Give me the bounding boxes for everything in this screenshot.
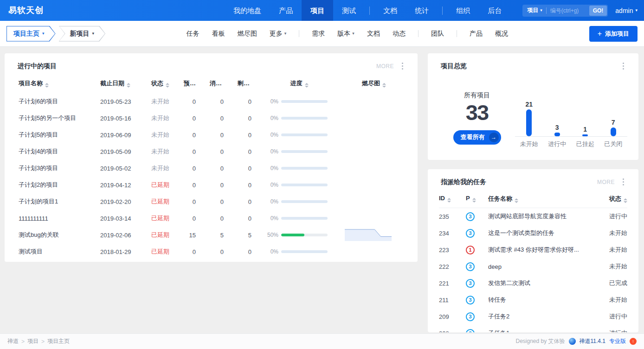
nav-item[interactable]: 统计 [406, 0, 438, 21]
breadcrumb-item[interactable]: 禅道 [7, 337, 19, 345]
nav-item[interactable]: 我的地盘 [225, 0, 270, 21]
bar-chart-labels: 未开始进行中已挂起已关闭 [515, 137, 627, 148]
sort-icon[interactable] [224, 83, 228, 88]
column-header[interactable]: 任务名称 [488, 195, 595, 203]
nav-item-active[interactable]: 项目 [302, 0, 333, 21]
task-name-link[interactable]: 转任务 [488, 296, 595, 304]
task-name-link[interactable]: 子任务2 [488, 312, 595, 321]
tab-new-project[interactable]: 新项目▾ [59, 26, 106, 42]
sort-icon[interactable] [127, 83, 130, 88]
submenu-item[interactable]: 团队 [431, 30, 444, 38]
submenu-item[interactable]: 文档 [367, 30, 380, 38]
project-name-link[interactable]: 测试项目 [13, 247, 95, 256]
bar[interactable] [526, 109, 532, 136]
chevron-down-icon: ▾ [42, 32, 45, 36]
project-name-link[interactable]: 子计划2的项目 [13, 181, 95, 189]
column-header[interactable]: 项目名称 [13, 79, 95, 88]
bar[interactable] [582, 134, 588, 136]
all-projects-count: 33 [442, 101, 512, 125]
column-header[interactable]: 进度 [260, 79, 339, 88]
project-name-link[interactable]: 子计划4的项目 [13, 147, 95, 156]
search-scope-dropdown[interactable]: 项目 ▾ [523, 6, 546, 14]
sort-icon[interactable] [198, 83, 202, 88]
progress-bar [281, 234, 328, 236]
nav-item[interactable]: 后台 [479, 0, 510, 21]
project-name-link[interactable]: 子计划5的项目 [13, 131, 95, 139]
dashboard: 进行中的项目 MORE 项目名称截止日期状态预计消耗剩余进度燃尽图子计划6的项目… [0, 47, 644, 332]
column-header[interactable]: 状态 [146, 79, 178, 88]
submenu-item[interactable]: 版本▾ [337, 30, 354, 38]
sort-icon[interactable] [624, 198, 627, 203]
task-name-link[interactable]: 这是一个测试类型的任务 [488, 229, 595, 237]
column-header[interactable]: 燃尽图 [339, 79, 409, 88]
sort-icon[interactable] [305, 83, 309, 88]
overview-body: 所有项目 33 查看所有 → 21317 未开始进行中已挂起已关闭 [428, 74, 638, 148]
submenu-item[interactable]: 产品 [470, 30, 483, 38]
kebab-menu-icon[interactable] [621, 177, 625, 187]
tab-new-project-label: 新项目 [70, 30, 90, 38]
submenu-item[interactable]: 任务 [187, 30, 200, 38]
column-header[interactable]: 截止日期 [95, 79, 146, 88]
submenu-item[interactable]: 概况 [495, 30, 508, 38]
column-header[interactable]: P [466, 195, 488, 203]
breadcrumb-item[interactable]: 项目主页 [47, 337, 70, 345]
more-link[interactable]: MORE [597, 179, 615, 185]
estimate-cell: 0 [178, 98, 204, 105]
task-name-link[interactable]: deep [488, 263, 595, 270]
column-header[interactable]: 预计 [178, 79, 204, 88]
column-header[interactable]: 消耗 [204, 79, 232, 88]
edition-link[interactable]: 专业版 [609, 337, 626, 345]
search-input[interactable] [547, 7, 589, 14]
kebab-menu-icon[interactable] [621, 61, 625, 71]
project-name-link[interactable]: 子计划的项目1 [13, 197, 95, 206]
nav-item[interactable]: 文档 [374, 0, 406, 21]
left-cell: 0 [232, 198, 260, 205]
view-all-button[interactable]: 查看所有 → [453, 130, 501, 145]
task-name-link[interactable]: 测试网站底部导航宽度兼容性 [488, 212, 595, 221]
bar[interactable] [554, 133, 560, 136]
version-link[interactable]: 禅道11.4.1 [580, 337, 605, 345]
bar[interactable] [611, 127, 616, 136]
submenu-item[interactable]: 需求 [312, 30, 325, 38]
submenu-item[interactable]: 动态 [393, 30, 406, 38]
my-tasks-table: IDP任务名称状态2353测试网站底部导航宽度兼容性进行中2343这是一个测试类… [428, 190, 638, 332]
nav-item[interactable]: 组织 [447, 0, 479, 21]
task-name-link[interactable]: 测试需求 #43 你好呀需求你好呀... [488, 246, 595, 254]
sort-icon[interactable] [447, 198, 451, 203]
brand-logo[interactable]: 易软天创 [8, 0, 44, 21]
sort-icon[interactable] [472, 198, 476, 203]
priority-badge: 1 [466, 246, 475, 254]
project-name-link[interactable]: 子计划3的项目 [13, 164, 95, 172]
sort-icon[interactable] [252, 83, 256, 88]
column-header-label: 状态 [609, 195, 621, 202]
submenu-item[interactable]: 看板 [212, 30, 225, 38]
column-header[interactable]: 状态 [595, 195, 627, 203]
kebab-menu-icon[interactable] [400, 61, 405, 71]
column-header[interactable]: ID [439, 195, 466, 203]
sort-icon[interactable] [382, 83, 386, 88]
upgrade-icon[interactable]: ↑ [630, 338, 637, 345]
submenu-item-label: 看板 [212, 30, 225, 38]
estimate-cell: 0 [178, 248, 204, 255]
search-go-button[interactable]: GO! [589, 6, 607, 16]
add-project-button[interactable]: + 添加项目 [589, 26, 638, 42]
sort-icon[interactable] [45, 83, 49, 88]
project-name-link[interactable]: 子计划5的另一个项目 [13, 114, 95, 122]
nav-item[interactable]: 测试 [333, 0, 365, 21]
breadcrumb-item[interactable]: 项目 [27, 337, 39, 345]
nav-item[interactable]: 产品 [270, 0, 302, 21]
top-navbar: 易软天创 我的地盘产品项目测试文档统计组织后台 项目 ▾ GO! admin ▾ [0, 0, 644, 21]
task-name-link[interactable]: 发信第二次测试 [488, 279, 595, 287]
task-name-link[interactable]: 子任务1 [488, 329, 595, 332]
user-menu[interactable]: admin ▾ [615, 7, 638, 14]
submenu-item[interactable]: 燃尽图 [238, 30, 257, 38]
project-name-link[interactable]: 测试bug的关联 [13, 231, 95, 239]
more-link[interactable]: MORE [376, 63, 394, 70]
submenu-item[interactable]: 更多▾ [270, 30, 287, 38]
sort-icon[interactable] [515, 198, 518, 203]
tab-project-home[interactable]: 项目主页▾ [6, 26, 56, 42]
column-header[interactable]: 剩余 [232, 79, 260, 88]
project-name-link[interactable]: 子计划6的项目 [13, 97, 95, 106]
sort-icon[interactable] [166, 83, 169, 88]
project-name-link[interactable]: 1111111111 [13, 215, 95, 222]
